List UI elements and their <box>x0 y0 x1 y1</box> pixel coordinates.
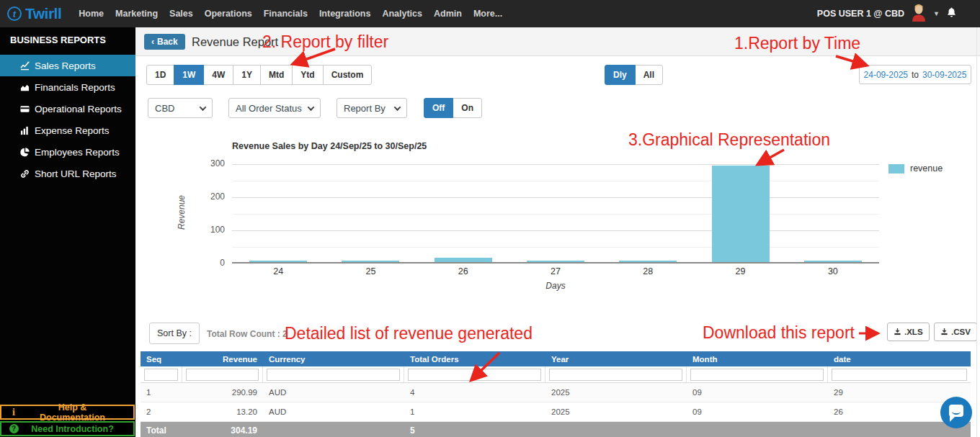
brand-name: Twirll <box>25 5 61 22</box>
date-to[interactable]: 30-09-2025 <box>922 70 966 80</box>
toggle-on[interactable]: On <box>453 98 482 118</box>
time-filter-4w[interactable]: 4W <box>203 65 233 85</box>
pie-chart-icon <box>19 148 31 157</box>
filter-cell <box>141 366 182 382</box>
sidebar-item-financials-reports[interactable]: Financials Reports <box>0 76 135 98</box>
sidebar-item-operational-reports[interactable]: Operational Reports <box>0 98 135 120</box>
date-range-picker[interactable]: 24-09-2025 to 30-09-2025 <box>859 65 971 84</box>
y-tick-label: 300 <box>197 158 225 168</box>
need-introduction-link[interactable]: ? Need Introduction? <box>0 421 135 436</box>
y-axis-label: Revenue <box>177 195 187 230</box>
chevron-down-icon[interactable]: ▼ <box>933 10 940 17</box>
filter-cell <box>263 366 404 382</box>
nav-item-financials[interactable]: Financials <box>264 9 308 19</box>
nav-item-operations[interactable]: Operations <box>205 9 252 19</box>
column-header-revenue[interactable]: Revenue <box>182 355 263 364</box>
brand-logo-icon: t <box>7 6 22 21</box>
sort-by-button[interactable]: Sort By : <box>149 323 200 344</box>
total-row-count: Total Row Count : 2 <box>207 329 288 339</box>
report-by-select[interactable]: Report By <box>337 98 407 118</box>
sidebar-item-expense-reports[interactable]: Expense Reports <box>0 120 135 141</box>
time-filter-group: 1D1W4W1YMtdYtdCustom <box>146 65 372 85</box>
info-icon: i <box>1 407 26 418</box>
chat-widget-button[interactable] <box>940 397 972 428</box>
help-documentation-link[interactable]: i Help & Documentation <box>0 405 135 420</box>
column-filter-input[interactable] <box>186 369 259 381</box>
nav-item-sales[interactable]: Sales <box>169 9 193 19</box>
column-filter-input[interactable] <box>267 369 400 381</box>
column-filter-input[interactable] <box>832 369 967 381</box>
user-label[interactable]: POS USER 1 @ CBD <box>817 9 904 19</box>
nav-item-more[interactable]: More... <box>473 9 502 19</box>
x-tick-label: 26 <box>458 266 468 276</box>
time-filter-ytd[interactable]: Ytd <box>292 65 323 85</box>
sidebar-item-label: Sales Reports <box>35 60 96 71</box>
sidebar-item-employees-reports[interactable]: Employees Reports <box>0 141 135 163</box>
nav-item-analytics[interactable]: Analytics <box>382 9 422 19</box>
filter-cell <box>545 366 687 382</box>
column-filter-input[interactable] <box>690 369 824 381</box>
annotation-report-by-filter: 2. Report by filter <box>262 32 388 52</box>
sidebar-item-label: Financials Reports <box>35 82 115 93</box>
table-cell: AUD <box>263 407 404 416</box>
brand-logo[interactable]: t Twirll <box>0 5 73 22</box>
main-content: ‹Back Revenue Report 2. Report by filter… <box>135 27 980 437</box>
table-filter-row <box>141 366 971 383</box>
link-icon <box>19 169 31 179</box>
legend-label: revenue <box>910 163 943 174</box>
nav-item-home[interactable]: Home <box>79 9 104 19</box>
annotation-report-by-time: 1.Report by Time <box>734 34 860 53</box>
sidebar-item-label: Expense Reports <box>35 125 110 136</box>
order-status-select[interactable]: All Order Status <box>228 98 321 118</box>
table-cell: 13.20 <box>182 407 263 416</box>
nav-item-integrations[interactable]: Integrations <box>319 9 371 19</box>
sidebar-item-short-url-reports[interactable]: Short URL Reports <box>0 163 135 184</box>
table-cell: 2025 <box>545 407 687 416</box>
nav-item-marketing[interactable]: Marketing <box>115 9 158 19</box>
notifications-bell-icon[interactable] <box>946 6 957 21</box>
toggle-off[interactable]: Off <box>424 98 453 118</box>
time-filter-custom[interactable]: Custom <box>323 65 373 85</box>
date-from[interactable]: 24-09-2025 <box>864 70 908 80</box>
total-cell: Total <box>141 425 182 436</box>
store-select[interactable]: CBD <box>148 98 213 118</box>
nav-item-admin[interactable]: Admin <box>434 9 462 19</box>
export-csv-button[interactable]: .CSV <box>934 323 977 341</box>
time-filter-1y[interactable]: 1Y <box>233 65 261 85</box>
export-xls-button[interactable]: .XLS <box>887 323 930 341</box>
column-filter-input[interactable] <box>144 369 178 381</box>
chevron-down-icon <box>200 104 207 111</box>
sidebar-item-sales-reports[interactable]: Sales Reports <box>0 55 135 76</box>
table-cell: 09 <box>687 407 828 416</box>
x-axis-line <box>232 262 879 263</box>
gridline <box>232 247 879 248</box>
bar <box>804 261 862 262</box>
column-header-currency[interactable]: Currency <box>263 355 404 364</box>
column-filter-input[interactable] <box>549 369 682 381</box>
back-button[interactable]: ‹Back <box>144 34 185 50</box>
table-cell: 09 <box>687 388 828 397</box>
chart-legend: revenue <box>888 163 943 174</box>
time-filter-1d[interactable]: 1D <box>146 65 174 85</box>
column-header-month[interactable]: Month <box>687 355 828 364</box>
user-avatar[interactable] <box>911 3 927 24</box>
column-header-total-orders[interactable]: Total Orders <box>404 355 545 364</box>
column-filter-input[interactable] <box>408 369 541 381</box>
column-header-date[interactable]: date <box>828 355 971 364</box>
time-filter-mtd[interactable]: Mtd <box>260 65 293 85</box>
table-cell: 1 <box>404 407 545 416</box>
question-icon: ? <box>1 424 26 433</box>
gridline <box>232 181 879 181</box>
x-tick-label: 24 <box>273 266 283 276</box>
bar <box>435 258 492 262</box>
top-navbar: t Twirll HomeMarketingSalesOperationsFin… <box>0 0 980 27</box>
area-chart-icon <box>19 83 31 92</box>
granularity-all[interactable]: All <box>635 65 663 85</box>
time-filter-1w[interactable]: 1W <box>174 65 204 85</box>
column-header-year[interactable]: Year <box>545 355 687 364</box>
granularity-dly[interactable]: Dly <box>605 65 636 85</box>
y-tick-label: 100 <box>197 225 225 235</box>
column-header-seq[interactable]: Seq <box>141 355 182 364</box>
gridline <box>232 214 879 215</box>
credit-card-icon <box>19 104 31 114</box>
